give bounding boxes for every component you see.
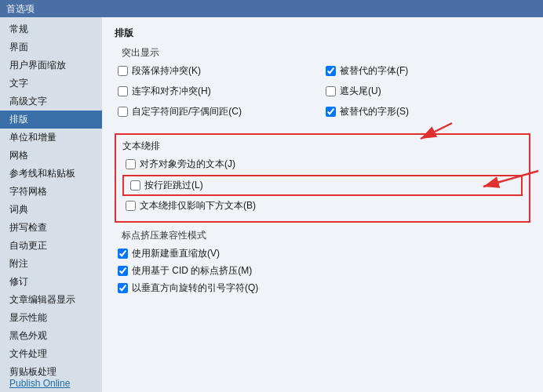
checkbox-row-f: 被替代的字体(F) [323,64,530,78]
checkbox-m-label: 使用基于 CID 的标点挤压(M) [132,264,252,278]
checkbox-v[interactable] [118,249,128,259]
checkbox-row-s: 被替代的字形(S) [323,105,530,118]
highlight-checkboxes: 段落保持冲突(K) 被替代的字体(F) 连字和对齐冲突(H) 遮头尾(U) 自定… [115,64,530,122]
checkbox-row-l-inner: 按行距跳过(L) [127,179,518,192]
sidebar-item-15[interactable]: 文章编辑器显示 [0,291,102,309]
checkbox-u[interactable] [326,86,336,96]
sidebar-item-3[interactable]: 文字 [0,74,102,93]
checkbox-f-label: 被替代的字体(F) [340,64,408,78]
checkbox-row-h: 连字和对齐冲突(H) [115,85,323,98]
checkbox-s[interactable] [326,107,336,117]
sidebar-item-2[interactable]: 用户界面缩放 [0,56,102,74]
checkbox-c[interactable] [118,107,128,117]
checkbox-q-label: 以垂直方向旋转的引号字符(Q) [132,281,258,295]
checkbox-k-label: 段落保持冲突(K) [132,64,201,78]
sidebar-item-7[interactable]: 网格 [0,147,102,165]
sidebar-item-6[interactable]: 单位和增量 [0,129,102,147]
checkbox-row-l-highlighted: 按行距跳过(L) [122,175,523,196]
sidebar-item-17[interactable]: 黑色外观 [0,327,102,345]
punct-title: 标点挤压兼容性模式 [115,229,530,242]
main-section-title: 排版 [115,27,530,40]
checkbox-m[interactable] [118,266,128,276]
sidebar: 常规界面用户界面缩放文字高级文字排版单位和增量网格参考线和粘贴板字符网格词典拼写… [0,17,102,392]
sidebar-item-8[interactable]: 参考线和粘贴板 [0,165,102,183]
sidebar-item-14[interactable]: 修订 [0,273,102,291]
checkbox-k[interactable] [118,66,128,76]
checkbox-j[interactable] [126,159,136,169]
highlight-title: 突出显示 [115,46,530,60]
checkbox-row-v: 使用新建垂直缩放(V) [115,247,530,260]
checkbox-row-k: 段落保持冲突(K) [115,64,323,78]
sidebar-item-10[interactable]: 词典 [0,201,102,219]
checkbox-row-c: 自定字符间距/字偶间距(C) [115,105,323,118]
checkbox-row-u: 遮头尾(U) [323,85,530,98]
sidebar-item-9[interactable]: 字符网格 [0,183,102,201]
highlight-section: 突出显示 段落保持冲突(K) 被替代的字体(F) 连字和对齐冲突(H) 遮头尾 [115,46,530,122]
sidebar-item-12[interactable]: 自动更正 [0,237,102,255]
checkbox-v-label: 使用新建垂直缩放(V) [132,247,220,260]
checkbox-l-label: 按行距跳过(L) [144,179,203,192]
sidebar-item-0[interactable]: 常规 [0,20,102,38]
text-wrap-title: 文本绕排 [122,140,523,153]
title-text: 首选项 [6,2,35,16]
checkbox-j-label: 对齐对象旁边的文本(J) [140,158,235,171]
checkbox-u-label: 遮头尾(U) [340,85,381,98]
sidebar-item-16[interactable]: 显示性能 [0,309,102,327]
sidebar-item-4[interactable]: 高级文字 [0,93,102,111]
checkbox-row-j: 对齐对象旁边的文本(J) [122,158,523,171]
sidebar-item-1[interactable]: 界面 [0,38,102,56]
checkbox-h[interactable] [118,86,128,96]
checkbox-row-b: 文本绕排仅影响下方文本(B) [122,199,523,212]
checkbox-b[interactable] [126,201,136,211]
text-wrap-section: 文本绕排 对齐对象旁边的文本(J) 按行距跳过(L) [115,133,530,223]
checkbox-b-label: 文本绕排仅影响下方文本(B) [140,199,256,212]
content-area: 排版 突出显示 段落保持冲突(K) 被替代的字体(F) 连字和对齐冲突(H) [102,17,543,392]
checkbox-l[interactable] [130,180,140,191]
checkbox-q[interactable] [118,283,128,293]
checkbox-f[interactable] [326,66,336,76]
checkbox-h-label: 连字和对齐冲突(H) [132,85,211,98]
checkbox-s-label: 被替代的字形(S) [340,105,409,118]
sidebar-item-11[interactable]: 拼写检查 [0,219,102,237]
publish-online-link[interactable]: Publish Online [0,375,102,392]
checkbox-row-q: 以垂直方向旋转的引号字符(Q) [115,281,530,295]
sidebar-item-18[interactable]: 文件处理 [0,345,102,363]
sidebar-item-5[interactable]: 排版 [0,111,102,129]
punct-section: 标点挤压兼容性模式 使用新建垂直缩放(V) 使用基于 CID 的标点挤压(M) … [115,229,530,295]
title-bar: 首选项 [0,0,543,17]
checkbox-row-m: 使用基于 CID 的标点挤压(M) [115,264,530,278]
sidebar-item-13[interactable]: 附注 [0,255,102,273]
checkbox-c-label: 自定字符间距/字偶间距(C) [132,105,242,118]
